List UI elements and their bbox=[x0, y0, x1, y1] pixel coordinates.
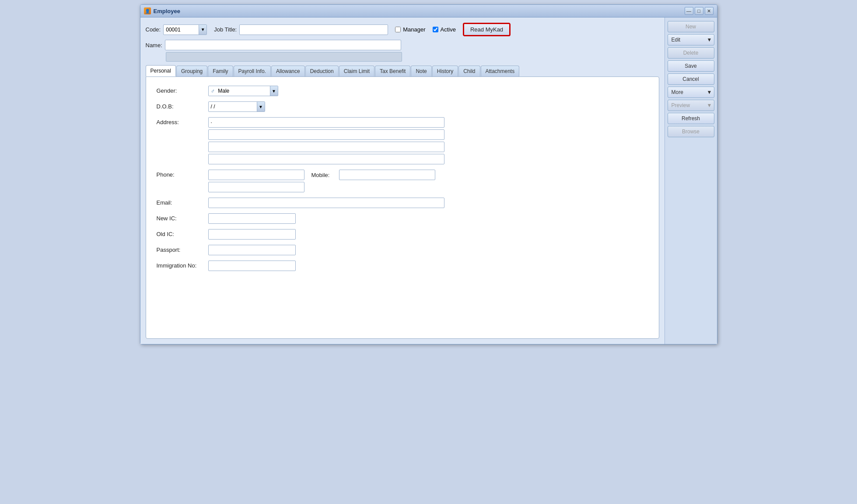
refresh-button[interactable]: Refresh bbox=[668, 113, 714, 124]
title-bar-left: 👤 Employee bbox=[144, 7, 180, 14]
dob-combo[interactable]: / / ▼ bbox=[208, 101, 265, 112]
email-label: Email: bbox=[157, 198, 205, 206]
gender-combo[interactable]: ♂ Male ▼ bbox=[208, 86, 278, 96]
active-checkbox[interactable] bbox=[433, 27, 438, 32]
personal-form-grid: Gender: ♂ Male ▼ D.O.B: / / bbox=[157, 86, 648, 271]
main-form: Code: ▼ Job Title: Manager Active bbox=[140, 17, 665, 344]
immigration-field: Immigration No: bbox=[157, 261, 648, 271]
dob-label: D.O.B: bbox=[157, 101, 205, 110]
restore-button[interactable]: □ bbox=[695, 7, 703, 15]
oldic-input[interactable] bbox=[208, 229, 296, 240]
jobtitle-input[interactable] bbox=[239, 24, 388, 35]
immigration-label: Immigration No: bbox=[157, 261, 205, 269]
tab-history[interactable]: History bbox=[432, 66, 458, 76]
title-bar: 👤 Employee — □ ✕ bbox=[140, 5, 717, 17]
tab-deduction[interactable]: Deduction bbox=[305, 66, 339, 76]
mobile-input[interactable] bbox=[339, 170, 435, 180]
phone-input[interactable] bbox=[208, 170, 304, 180]
jobtitle-label: Job Title: bbox=[214, 26, 237, 33]
address-line3[interactable] bbox=[208, 142, 444, 152]
tab-attachments[interactable]: Attachments bbox=[481, 66, 520, 76]
dob-value: / / bbox=[209, 104, 257, 110]
code-combo[interactable]: ▼ bbox=[163, 24, 207, 35]
more-button[interactable]: More ▼ bbox=[668, 87, 714, 98]
dob-dropdown-arrow[interactable]: ▼ bbox=[257, 102, 265, 111]
sidebar: New Edit ▼ Delete Save Cancel More ▼ Pre… bbox=[665, 17, 717, 344]
tab-allowance[interactable]: Allowance bbox=[271, 66, 305, 76]
address-line2[interactable] bbox=[208, 129, 444, 140]
more-label: More bbox=[672, 89, 683, 95]
passport-input[interactable] bbox=[208, 245, 296, 255]
tab-tax-benefit[interactable]: Tax Benefit bbox=[375, 66, 410, 76]
active-label: Active bbox=[441, 26, 456, 33]
immigration-input[interactable] bbox=[208, 261, 296, 271]
newic-label: New IC: bbox=[157, 213, 205, 222]
address-label: Address: bbox=[157, 117, 205, 125]
window-title: Employee bbox=[154, 8, 180, 14]
cancel-button[interactable]: Cancel bbox=[668, 73, 714, 85]
email-input[interactable] bbox=[208, 198, 444, 208]
edit-button[interactable]: Edit ▼ bbox=[668, 34, 714, 45]
code-dropdown-arrow[interactable]: ▼ bbox=[199, 25, 206, 35]
edit-label: Edit bbox=[672, 37, 681, 43]
tabs-bar: Personal Grouping Family Payroll Info. A… bbox=[146, 65, 659, 76]
phone-mobile-row: Mobile: bbox=[208, 170, 436, 180]
name-row: Name: bbox=[146, 40, 659, 50]
name-extra-bar bbox=[166, 52, 402, 62]
top-fields-row1: Code: ▼ Job Title: Manager Active bbox=[146, 23, 659, 36]
read-mykad-button[interactable]: Read MyKad bbox=[463, 23, 511, 36]
name-label: Name: bbox=[146, 42, 162, 49]
mobile-label: Mobile: bbox=[311, 172, 330, 178]
oldic-field: Old IC: bbox=[157, 229, 648, 240]
dob-field: D.O.B: / / ▼ bbox=[157, 101, 648, 112]
phone-group: Mobile: bbox=[208, 170, 436, 192]
address-line1[interactable] bbox=[208, 117, 444, 128]
address-line4[interactable] bbox=[208, 154, 444, 164]
name-input[interactable] bbox=[165, 40, 401, 50]
active-checkbox-row: Active bbox=[433, 26, 456, 33]
tab-claim-limit[interactable]: Claim Limit bbox=[339, 66, 374, 76]
tab-family[interactable]: Family bbox=[208, 66, 233, 76]
title-buttons: — □ ✕ bbox=[685, 7, 714, 15]
manager-label: Manager bbox=[403, 26, 425, 33]
employee-window: 👤 Employee — □ ✕ Code: ▼ Job Title: bbox=[140, 4, 717, 344]
code-label: Code: bbox=[146, 26, 161, 33]
gender-value: Male bbox=[217, 88, 269, 94]
tabs-container: Personal Grouping Family Payroll Info. A… bbox=[146, 65, 659, 339]
tab-grouping[interactable]: Grouping bbox=[176, 66, 207, 76]
manager-checkbox-row: Manager bbox=[395, 26, 425, 33]
oldic-label: Old IC: bbox=[157, 229, 205, 237]
tab-note[interactable]: Note bbox=[411, 66, 431, 76]
close-button[interactable]: ✕ bbox=[705, 7, 714, 15]
jobtitle-field-row: Job Title: bbox=[214, 24, 388, 35]
gender-male-icon: ♂ bbox=[209, 88, 217, 94]
edit-arrow-icon: ▼ bbox=[707, 37, 712, 43]
app-icon: 👤 bbox=[144, 7, 151, 14]
gender-dropdown-arrow[interactable]: ▼ bbox=[270, 86, 278, 96]
save-button[interactable]: Save bbox=[668, 60, 714, 72]
phone-field: Phone: Mobile: bbox=[157, 170, 648, 192]
preview-label: Preview bbox=[672, 102, 690, 108]
gender-field: Gender: ♂ Male ▼ bbox=[157, 86, 648, 96]
tab-content-personal: Gender: ♂ Male ▼ D.O.B: / / bbox=[146, 76, 659, 339]
phone-label: Phone: bbox=[157, 170, 205, 178]
delete-button[interactable]: Delete bbox=[668, 47, 714, 59]
tab-payroll-info[interactable]: Payroll Info. bbox=[234, 66, 271, 76]
email-field: Email: bbox=[157, 198, 648, 208]
newic-field: New IC: bbox=[157, 213, 648, 224]
preview-button[interactable]: Preview ▼ bbox=[668, 100, 714, 111]
manager-checkbox[interactable] bbox=[395, 27, 401, 32]
minimize-button[interactable]: — bbox=[685, 7, 693, 15]
more-arrow-icon: ▼ bbox=[707, 89, 712, 95]
passport-field: Passport: bbox=[157, 245, 648, 255]
tab-child[interactable]: Child bbox=[458, 66, 480, 76]
address-inputs bbox=[208, 117, 444, 164]
code-input[interactable] bbox=[164, 25, 199, 34]
passport-label: Passport: bbox=[157, 245, 205, 253]
newic-input[interactable] bbox=[208, 213, 296, 224]
new-button[interactable]: New bbox=[668, 21, 714, 32]
tab-personal[interactable]: Personal bbox=[146, 65, 176, 76]
browse-button[interactable]: Browse bbox=[668, 126, 714, 137]
content-area: Code: ▼ Job Title: Manager Active bbox=[140, 17, 717, 344]
phone-extra-input[interactable] bbox=[208, 182, 304, 192]
